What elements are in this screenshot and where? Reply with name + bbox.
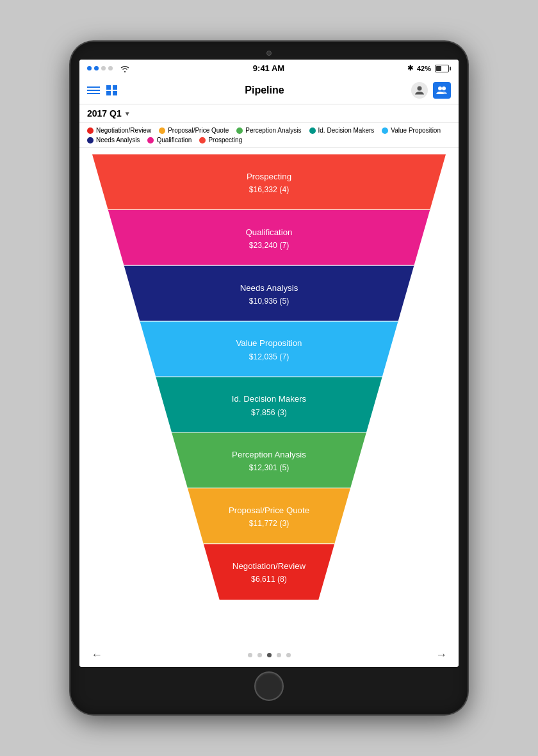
legend-item-proposal: Proposal/Price Quote — [159, 127, 229, 134]
bluetooth-icon: ✱ — [407, 64, 413, 72]
page-dot-2[interactable] — [257, 653, 262, 657]
prev-arrow[interactable]: ← — [85, 648, 109, 662]
funnel-value-1: $23,240 (7) — [249, 241, 289, 250]
funnel-label-2: Needs Analysis — [240, 283, 298, 293]
funnel-stage-0[interactable] — [92, 154, 446, 210]
funnel-value-5: $12,301 (5) — [249, 463, 289, 472]
tablet-screen: 9:41 AM ✱ 42% Pipeline — [79, 60, 459, 667]
signal-dot-3 — [101, 66, 106, 70]
camera — [266, 51, 272, 56]
hamburger-menu[interactable] — [87, 86, 100, 94]
status-time: 9:41 AM — [253, 63, 284, 73]
legend-label-qualification: Qualification — [156, 136, 192, 144]
grid-view-button[interactable] — [106, 85, 118, 95]
legend-item-decision: Id. Decision Makers — [309, 127, 375, 134]
nav-right-icons — [411, 82, 451, 99]
funnel-value-4: $7,856 (3) — [251, 408, 287, 417]
legend-label-decision: Id. Decision Makers — [318, 127, 375, 134]
page-dot-1[interactable] — [248, 653, 252, 657]
legend-dot-value — [382, 127, 388, 134]
svg-point-2 — [442, 86, 446, 90]
funnel-label-7: Negotiation/Review — [232, 561, 306, 571]
funnel-value-2: $10,936 (5) — [249, 297, 289, 306]
svg-point-0 — [418, 86, 422, 91]
page-dot-4[interactable] — [277, 653, 281, 657]
legend: Negotiation/Review Proposal/Price Quote … — [79, 123, 459, 148]
next-arrow[interactable]: → — [429, 648, 453, 662]
bottom-nav: ← → — [79, 643, 459, 667]
filter-dropdown-arrow: ▼ — [124, 110, 131, 117]
legend-item-needs: Needs Analysis — [87, 136, 140, 144]
svg-point-1 — [438, 86, 442, 90]
legend-dot-qualification — [147, 137, 154, 144]
status-left — [87, 65, 130, 72]
home-button-area — [254, 667, 284, 705]
page-dot-3[interactable] — [267, 653, 272, 657]
legend-label-proposal: Proposal/Price Quote — [168, 127, 229, 134]
tablet-device: 9:41 AM ✱ 42% Pipeline — [70, 42, 468, 714]
legend-item-negotiation: Negotiation/Review — [87, 127, 151, 134]
legend-label-negotiation: Negotiation/Review — [96, 127, 151, 134]
battery-icon — [435, 65, 451, 72]
signal-dot-2 — [94, 66, 99, 70]
funnel-value-3: $12,035 (7) — [249, 352, 289, 361]
wifi-icon — [120, 65, 130, 72]
funnel-stage-3[interactable] — [140, 322, 398, 377]
legend-dot-perception — [236, 127, 243, 134]
legend-dot-prospecting — [199, 137, 206, 144]
funnel-label-4: Id. Decision Makers — [232, 394, 307, 404]
funnel-stage-5[interactable] — [172, 432, 366, 488]
battery-percent: 42% — [417, 65, 431, 72]
funnel-value-6: $11,772 (3) — [249, 519, 289, 528]
status-right: ✱ 42% — [407, 64, 451, 72]
funnel-stage-4[interactable] — [156, 377, 382, 433]
page-dots — [248, 653, 291, 657]
funnel-stage-7[interactable] — [204, 544, 334, 600]
legend-label-perception: Perception Analysis — [245, 127, 301, 134]
legend-item-perception: Perception Analysis — [236, 127, 301, 134]
funnel-label-6: Proposal/Price Quote — [229, 505, 309, 515]
funnel-label-0: Prospecting — [247, 172, 291, 181]
page-title: Pipeline — [124, 85, 405, 96]
filter-bar: 2017 Q1 ▼ — [79, 104, 459, 123]
funnel-label-3: Value Proposition — [236, 338, 302, 348]
legend-item-value: Value Proposition — [382, 127, 441, 134]
legend-label-prospecting: Prospecting — [208, 136, 242, 144]
legend-label-value: Value Proposition — [391, 127, 441, 134]
funnel-stage-6[interactable] — [188, 488, 350, 544]
page-dot-5[interactable] — [286, 653, 291, 657]
funnel-stage-2[interactable] — [124, 266, 414, 322]
single-user-button[interactable] — [411, 82, 428, 99]
legend-dot-negotiation — [87, 127, 94, 134]
funnel-chart[interactable]: Prospecting$16,332 (4)Qualification$23,2… — [92, 154, 446, 600]
funnel-value-0: $16,332 (4) — [249, 185, 289, 194]
filter-text: 2017 Q1 — [87, 108, 122, 119]
filter-label[interactable]: 2017 Q1 ▼ — [87, 108, 131, 119]
funnel-label-1: Qualification — [246, 227, 293, 237]
legend-dot-decision — [309, 127, 316, 134]
status-bar: 9:41 AM ✱ 42% — [79, 60, 459, 77]
group-users-button[interactable] — [433, 82, 451, 99]
legend-label-needs: Needs Analysis — [96, 136, 140, 144]
signal-dot-1 — [87, 66, 92, 70]
legend-item-qualification: Qualification — [147, 136, 192, 144]
funnel-stage-1[interactable] — [108, 210, 430, 266]
signal-dot-4 — [108, 66, 113, 70]
home-button[interactable] — [254, 671, 284, 701]
legend-dot-proposal — [159, 127, 165, 134]
nav-bar: Pipeline — [79, 77, 459, 104]
funnel-container: Prospecting$16,332 (4)Qualification$23,2… — [79, 148, 459, 643]
funnel-label-5: Perception Analysis — [232, 450, 306, 459]
legend-item-prospecting: Prospecting — [199, 136, 242, 144]
legend-dot-needs — [87, 137, 94, 144]
funnel-value-7: $6,611 (8) — [251, 575, 287, 584]
